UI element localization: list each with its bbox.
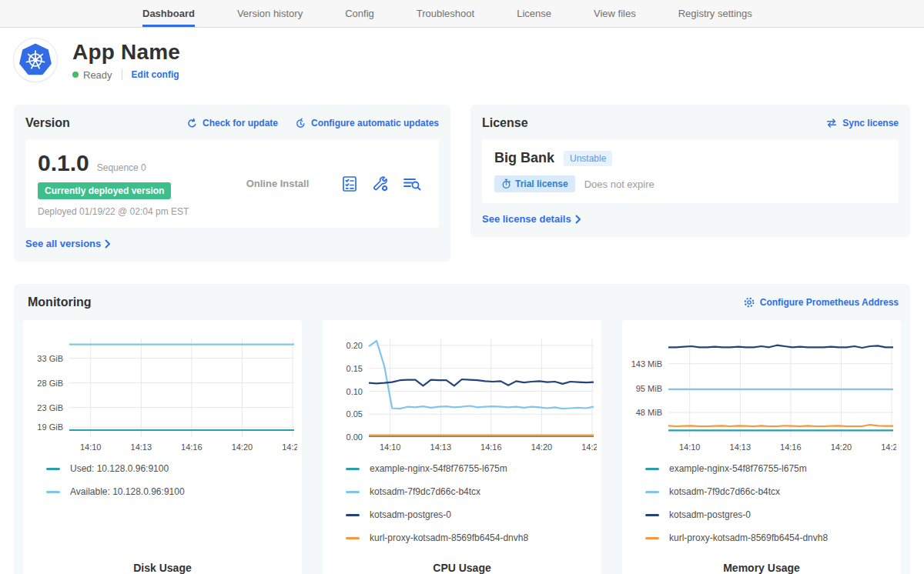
top-nav: Dashboard Version history Config Trouble… [0,0,924,28]
view-logs-icon[interactable] [402,175,422,193]
version-card: Version Check for update Configure au [14,105,450,262]
charts-row: 33 GiB28 GiB23 GiB19 GiB14:1014:1314:161… [23,320,901,574]
gear-icon [743,296,755,309]
monitoring-title: Monitoring [28,295,92,309]
legend-label: Used: 10.128.0.96:9100 [70,463,169,474]
svg-text:0.20: 0.20 [346,341,363,350]
legend-item: kotsadm-postgres-0 [346,509,598,520]
monitoring-section: Monitoring Configure Prometheus Address … [14,284,910,574]
legend-label: Available: 10.128.0.96:9100 [70,486,185,497]
svg-text:0.00: 0.00 [346,432,363,442]
see-all-versions-link[interactable]: See all versions [25,238,111,249]
version-card-title: Version [25,116,70,130]
see-license-details-link[interactable]: See license details [482,213,581,225]
svg-text:0.10: 0.10 [346,387,363,396]
legend-label: kotsadm-postgres-0 [370,509,451,520]
chart-title: Disk Usage [26,556,299,574]
expiry-text: Does not expire [584,179,654,190]
legend-swatch [346,491,360,493]
check-for-update-link[interactable]: Check for update [186,118,278,129]
kubernetes-logo-icon [18,42,53,78]
customer-name: Big Bank [494,150,554,166]
svg-text:95 MiB: 95 MiB [636,384,662,393]
install-type-label: Online Install [246,178,310,189]
legend-item: kurl-proxy-kotsadm-8569fb6454-dnvh8 [346,532,598,543]
svg-text:14:20: 14:20 [831,442,852,452]
legend-label: kotsadm-postgres-0 [669,509,751,520]
svg-text:14:23: 14:23 [282,442,297,452]
svg-text:14:10: 14:10 [679,442,701,452]
legend-label: kurl-proxy-kotsadm-8569fb6454-dnvh8 [370,532,528,543]
svg-text:14:13: 14:13 [131,442,152,452]
tab-config[interactable]: Config [345,0,374,27]
memory-usage-chart: 143 MiB95 MiB48 MiB14:1014:1314:1614:201… [625,329,896,456]
tab-view-files[interactable]: View files [594,0,636,27]
configure-prometheus-link[interactable]: Configure Prometheus Address [743,296,899,309]
tab-version-history[interactable]: Version history [237,0,303,27]
status-text: Ready [83,69,112,81]
refresh-icon [186,118,198,129]
app-header: App Name Ready Edit config [14,38,910,82]
svg-text:0.15: 0.15 [346,364,363,373]
svg-text:0.05: 0.05 [346,409,363,419]
license-detail-panel: Big Bank Unstable Trial license Does not… [482,139,899,203]
cpu-usage-card: 0.200.150.100.050.0014:1014:1314:1614:20… [323,320,601,574]
tab-license[interactable]: License [517,0,551,27]
channel-badge: Unstable [564,151,612,166]
legend-swatch [346,537,360,539]
svg-text:14:23: 14:23 [881,442,896,452]
svg-text:14:16: 14:16 [480,442,502,452]
tab-troubleshoot[interactable]: Troubleshoot [417,0,474,27]
chevron-right-icon [575,215,581,224]
preflight-checklist-icon[interactable] [340,175,359,193]
legend-swatch [645,537,659,539]
sequence-label: Sequence 0 [97,162,146,173]
tab-registry-settings[interactable]: Registry settings [678,0,752,27]
memory-usage-card: 143 MiB95 MiB48 MiB14:1014:1314:1614:201… [622,320,901,574]
license-card: License Sync license Big Bank Unstable [470,105,910,237]
legend-swatch [346,468,360,470]
divider [122,69,122,80]
disk-usage-legend: Used: 10.128.0.96:9100Available: 10.128.… [46,463,299,509]
status-dot [72,72,79,78]
chart-title: CPU Usage [326,556,598,574]
config-wrench-icon[interactable] [371,175,390,193]
legend-item: kotsadm-postgres-0 [645,509,898,520]
cpu-usage-chart: 0.200.150.100.050.0014:1014:1314:1614:20… [326,329,597,456]
svg-text:14:16: 14:16 [780,442,802,452]
legend-label: kotsadm-7f9dc7d66c-b4tcx [669,486,780,497]
svg-text:48 MiB: 48 MiB [636,408,662,417]
chart-title: Memory Usage [625,556,898,574]
sync-license-link[interactable]: Sync license [825,118,899,128]
legend-label: kotsadm-7f9dc7d66c-b4tcx [370,486,480,497]
memory-usage-legend: example-nginx-54f8f76755-l675mkotsadm-7f… [645,463,898,556]
legend-item: example-nginx-54f8f76755-l675m [645,463,898,474]
legend-swatch [346,514,360,516]
legend-label: example-nginx-54f8f76755-l675m [370,463,507,474]
svg-text:143 MiB: 143 MiB [631,359,662,369]
legend-item: Used: 10.128.0.96:9100 [46,463,299,474]
legend-item: example-nginx-54f8f76755-l675m [346,463,598,474]
legend-swatch [645,491,659,493]
legend-swatch [645,468,659,470]
stopwatch-icon [501,179,511,189]
disk-usage-card: 33 GiB28 GiB23 GiB19 GiB14:1014:1314:161… [23,320,302,574]
legend-swatch [46,491,60,493]
tab-dashboard[interactable]: Dashboard [142,0,195,27]
svg-text:33 GiB: 33 GiB [37,354,63,363]
trial-license-badge: Trial license [494,175,575,192]
edit-config-link[interactable]: Edit config [132,69,179,80]
version-number: 0.1.0 [38,150,89,176]
legend-label: example-nginx-54f8f76755-l675m [669,463,807,474]
current-version-panel: 0.1.0 Sequence 0 Currently deployed vers… [25,139,439,228]
legend-label: kurl-proxy-kotsadm-8569fb6454-dnvh8 [669,532,828,543]
cpu-usage-legend: example-nginx-54f8f76755-l675mkotsadm-7f… [346,463,598,556]
page-title: App Name [72,40,180,65]
svg-text:14:13: 14:13 [430,442,452,452]
legend-item: Available: 10.128.0.96:9100 [46,486,299,497]
app-avatar [14,38,57,82]
configure-automatic-updates-link[interactable]: Configure automatic updates [295,118,439,129]
license-card-title: License [482,116,528,130]
legend-item: kurl-proxy-kotsadm-8569fb6454-dnvh8 [645,532,898,543]
svg-text:14:10: 14:10 [80,442,102,452]
